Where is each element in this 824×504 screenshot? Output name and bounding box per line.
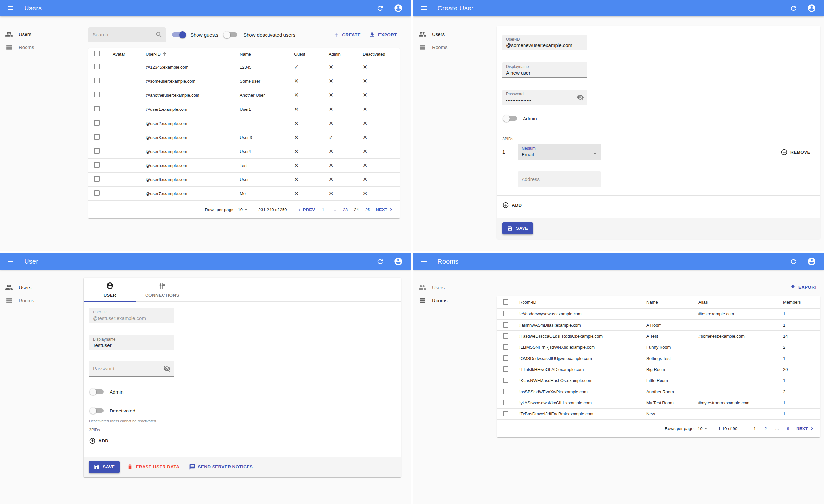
- save-button[interactable]: SAVE: [502, 222, 533, 234]
- table-row[interactable]: @someuser:example.com Some user ✕ ✕ ✕: [88, 74, 400, 88]
- table-row[interactable]: @user1:example.com User1 ✕ ✕ ✕: [88, 102, 400, 116]
- user-id-field[interactable]: User-ID @somenewuser:example.com: [502, 35, 587, 50]
- erase-user-data-button[interactable]: ERASE USER DATA: [124, 462, 182, 472]
- table-row[interactable]: !TTnlslkHHweOLAD:example.com Big Room 20: [497, 364, 820, 375]
- medium-select[interactable]: Medium Email: [518, 144, 601, 160]
- row-checkbox[interactable]: [94, 106, 100, 111]
- row-checkbox[interactable]: [94, 92, 100, 97]
- table-row[interactable]: !eVasdacvxysewus:example.com #test:examp…: [497, 308, 820, 320]
- save-button[interactable]: SAVE: [89, 461, 120, 473]
- table-row[interactable]: @user6:example.com User ✕ ✕ ✕: [88, 172, 400, 186]
- sidebar-item-rooms[interactable]: Rooms: [413, 40, 497, 53]
- refresh-icon[interactable]: [790, 258, 797, 265]
- row-checkbox[interactable]: [503, 322, 508, 328]
- table-row[interactable]: !KuasNWEMasdHasLOs:example.com Little Ro…: [497, 375, 820, 386]
- select-all-checkbox[interactable]: [94, 51, 100, 56]
- sidebar-item-rooms[interactable]: Rooms: [0, 294, 84, 307]
- page-link[interactable]: 2: [760, 426, 771, 431]
- send-server-notices-button[interactable]: SEND SERVER NOTICES: [186, 462, 255, 472]
- table-row[interactable]: @anotheruser:example.com Another User ✕ …: [88, 88, 400, 102]
- password-field[interactable]: Password ••••••••••••••••: [502, 90, 587, 105]
- row-checkbox[interactable]: [503, 344, 508, 350]
- remove-button[interactable]: REMOVE: [778, 147, 813, 157]
- row-checkbox[interactable]: [503, 311, 508, 317]
- page-link[interactable]: 23: [340, 207, 351, 212]
- table-row[interactable]: !LLIMSSNHrhRjsdWNXsd:example.com Funny R…: [497, 342, 820, 353]
- row-checkbox[interactable]: [503, 355, 508, 361]
- sidebar-item-users[interactable]: Users: [413, 281, 497, 294]
- table-row[interactable]: !TyBasDmweIJdfFaeBmk:example.com New 1: [497, 408, 820, 420]
- tab-connections[interactable]: CONNECTIONS: [136, 278, 188, 301]
- account-icon[interactable]: [807, 4, 816, 13]
- refresh-icon[interactable]: [790, 5, 797, 12]
- admin-toggle[interactable]: Admin: [87, 385, 396, 398]
- export-button[interactable]: EXPORT: [367, 30, 400, 40]
- table-row[interactable]: @user2:example.com ✕ ✕ ✕: [88, 116, 400, 130]
- displayname-field[interactable]: Displayname A new user: [502, 62, 587, 78]
- account-icon[interactable]: [394, 257, 403, 266]
- row-checkbox[interactable]: [503, 366, 508, 372]
- prev-button[interactable]: PREV: [296, 207, 315, 213]
- deactivated-toggle[interactable]: Deactivated: [87, 404, 396, 417]
- row-checkbox[interactable]: [94, 64, 100, 69]
- table-row[interactable]: !lasmnwASmDllasi:example.com A Room 1: [497, 320, 820, 331]
- row-checkbox[interactable]: [94, 162, 100, 168]
- table-row[interactable]: @12345:example.com 12345 ✓ ✕ ✕: [88, 60, 400, 74]
- menu-icon[interactable]: [7, 4, 14, 12]
- table-row[interactable]: !FasdweDssccaGLdsFRddsOl:example.com A T…: [497, 331, 820, 342]
- page-link[interactable]: 9: [783, 426, 794, 431]
- table-row[interactable]: @user7:example.com Me ✕ ✕ ✕: [88, 186, 400, 201]
- row-checkbox[interactable]: [94, 176, 100, 182]
- sidebar-item-users[interactable]: Users: [0, 281, 84, 294]
- next-button[interactable]: NEXT: [796, 425, 815, 432]
- next-button[interactable]: NEXT: [376, 207, 394, 213]
- account-icon[interactable]: [394, 4, 403, 13]
- menu-icon[interactable]: [420, 4, 428, 12]
- page-link[interactable]: 25: [362, 207, 373, 212]
- table-row[interactable]: !OMSDsdweassIlUUjjwe:example.com Setting…: [497, 353, 820, 364]
- admin-toggle[interactable]: Admin: [501, 112, 815, 125]
- export-button[interactable]: EXPORT: [787, 282, 820, 292]
- sidebar-item-rooms[interactable]: Rooms: [0, 40, 84, 53]
- row-checkbox[interactable]: [503, 389, 508, 394]
- show-deactivated-toggle[interactable]: Show deactivated users: [221, 28, 295, 41]
- add-button[interactable]: ADD: [500, 200, 524, 211]
- table-row[interactable]: !ykAStwxasdwsKkxGILL:example.com My Test…: [497, 397, 820, 408]
- rows-per-page-select[interactable]: 10: [238, 207, 248, 213]
- page-link[interactable]: 1: [317, 207, 329, 212]
- menu-icon[interactable]: [420, 258, 428, 265]
- table-row[interactable]: @user3:example.com User 3 ✕ ✓ ✕: [88, 130, 400, 144]
- visibility-off-icon[interactable]: [164, 365, 171, 372]
- row-checkbox[interactable]: [503, 400, 508, 405]
- col-user-id[interactable]: User-ID: [141, 51, 235, 56]
- table-row[interactable]: @user5:example.com Test ✕ ✕ ✕: [88, 158, 400, 172]
- rows-per-page-select[interactable]: 10: [698, 426, 708, 431]
- menu-icon[interactable]: [7, 258, 14, 265]
- displayname-field[interactable]: Displayname Testuser: [89, 335, 174, 350]
- row-checkbox[interactable]: [94, 134, 100, 140]
- create-button[interactable]: CREATE: [331, 30, 363, 40]
- row-checkbox[interactable]: [503, 411, 508, 416]
- row-checkbox[interactable]: [94, 78, 100, 83]
- refresh-icon[interactable]: [376, 258, 384, 265]
- address-field[interactable]: Address: [518, 171, 601, 187]
- password-field[interactable]: Password: [89, 361, 174, 377]
- search-input[interactable]: Search: [88, 27, 166, 42]
- refresh-icon[interactable]: [376, 5, 384, 12]
- account-icon[interactable]: [807, 257, 816, 266]
- select-all-checkbox[interactable]: [503, 299, 508, 304]
- row-checkbox[interactable]: [94, 120, 100, 126]
- sidebar-item-rooms[interactable]: Rooms: [413, 294, 497, 307]
- tab-user[interactable]: USER: [84, 278, 136, 301]
- table-row[interactable]: @user4:example.com User4 ✕ ✕ ✕: [88, 144, 400, 158]
- row-checkbox[interactable]: [94, 190, 100, 196]
- row-checkbox[interactable]: [94, 148, 100, 154]
- sidebar-item-users[interactable]: Users: [413, 27, 497, 40]
- table-row[interactable]: !asSBSlsdWEvaXwPk:example.com Another Ro…: [497, 386, 820, 397]
- row-checkbox[interactable]: [503, 333, 508, 339]
- show-guests-toggle[interactable]: Show guests: [168, 28, 218, 41]
- add-button[interactable]: ADD: [86, 435, 111, 446]
- sidebar-item-users[interactable]: Users: [0, 27, 84, 40]
- visibility-off-icon[interactable]: [577, 94, 584, 101]
- row-checkbox[interactable]: [503, 378, 508, 383]
